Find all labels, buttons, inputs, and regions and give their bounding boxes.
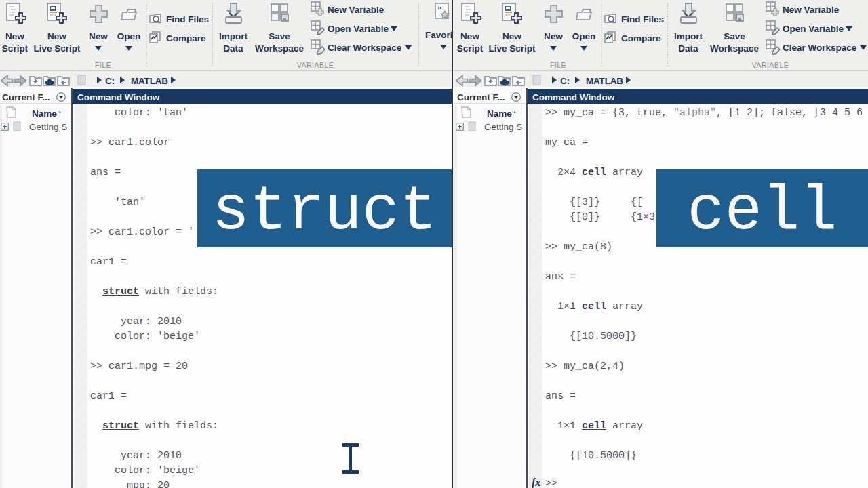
svg-text:»: » — [437, 3, 441, 12]
